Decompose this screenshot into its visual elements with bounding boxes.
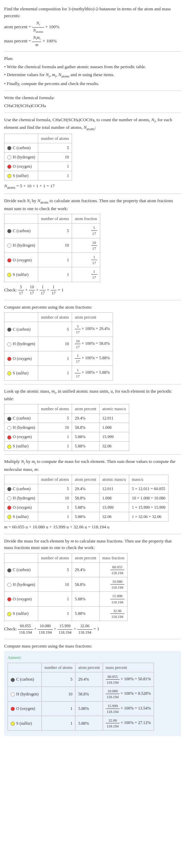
carbon-swatch-icon (7, 328, 11, 332)
oxygen-swatch-icon (7, 357, 11, 361)
table-row: S (sulfur)1 (4, 171, 72, 180)
col-atom-fraction: atom fraction (72, 214, 100, 224)
table-row: H (hydrogen)1058.8%10.080118.194 × 100% … (8, 687, 154, 701)
table-row: S (sulfur)1117 (4, 267, 100, 282)
table-header-row: number of atoms atom percent atomic mass… (4, 404, 129, 414)
sulfur-swatch-icon (7, 515, 11, 519)
answer-box: Answer: number of atoms atom percent mas… (4, 651, 181, 736)
mass-multiply-intro: Multiply Ni by mi to compute the mass fo… (4, 458, 181, 473)
divider (4, 454, 181, 455)
divider (4, 300, 181, 300)
hydrogen-swatch-icon (7, 155, 11, 159)
plan-bullet-1: • Write the chemical formula and gather … (4, 63, 181, 70)
sulfur-swatch-icon (7, 273, 11, 277)
oxygen-swatch-icon (7, 435, 11, 440)
col-atom-percent: atom percent (75, 663, 103, 672)
plan-bullet-2: • Determine values for Ni, mi, Natoms an… (4, 71, 181, 79)
table-row: C (carbon)529.4%60.055118.194 × 100% = 5… (8, 672, 154, 686)
table-header-row: number of atoms atom percent atomic mass… (4, 475, 168, 484)
oxygen-swatch-icon (7, 506, 11, 510)
col-atomic-mass: atomic mass/u (99, 475, 129, 484)
col-mass-fraction: mass fraction (99, 553, 127, 562)
table-row: S (sulfur)1117 × 100% = 5.88% (4, 366, 113, 380)
plan-bullet-3: • Finally, compute the percents and chec… (4, 80, 181, 87)
mass-percent-intro: Compute mass percents using the mass fra… (4, 643, 181, 650)
oxygen-swatch-icon (11, 707, 15, 711)
table-row: S (sulfur)15.88%32.061 × 32.06 = 32.06 (4, 512, 168, 521)
answer-label: Answer: (8, 654, 177, 661)
mass-fraction-table: number of atoms atom percent mass fracti… (4, 553, 127, 621)
table-header-row: number of atoms atom percent (4, 313, 113, 322)
mass-table: number of atoms atom percent atomic mass… (4, 475, 168, 521)
oxygen-swatch-icon (7, 258, 11, 262)
sulfur-swatch-icon (7, 445, 11, 449)
atom-fraction-check: Check: 517 + 1017 + 117 + 117 = 1 (4, 284, 181, 297)
table-row: O (oxygen)15.88%15.999118.194 (4, 592, 127, 606)
atom-fractions-text: Divide each Ni by Natoms to calculate at… (4, 197, 181, 212)
table-row: O (oxygen)15.88%15.999 (4, 432, 129, 442)
col-number-of-atoms: number of atoms (38, 214, 72, 224)
divider (4, 639, 181, 639)
table-row: H (hydrogen)1058.8%1.00810 × 1.008 = 10.… (4, 494, 168, 503)
oxygen-swatch-icon (7, 165, 11, 169)
table-row: O (oxygen)1117 × 100% = 5.88% (4, 351, 113, 365)
chemical-formula: CH₃CH(SCH₃)COCH₃ (4, 102, 181, 109)
sulfur-swatch-icon (7, 371, 11, 375)
mass-fraction-intro: Divide the mass for each element by m to… (4, 538, 181, 551)
table-header-row: number of atoms (4, 134, 72, 143)
answer-table: number of atoms atom percent mass percen… (8, 663, 154, 731)
count-atoms-text: Use the chemical formula, CH₃CH(SCH₃)COC… (4, 116, 181, 132)
hydrogen-swatch-icon (7, 244, 11, 248)
table-row: C (carbon)5 (4, 143, 72, 153)
sulfur-swatch-icon (7, 612, 11, 616)
divider (4, 51, 181, 52)
atomic-mass-table: number of atoms atom percent atomic mass… (4, 404, 129, 451)
mass-percent-definition: mass percent = Nimim × 100% (4, 35, 181, 48)
table-header-row: number of atoms atom percent mass fracti… (4, 553, 127, 562)
col-atom-percent: atom percent (72, 475, 99, 484)
table-row: C (carbon)5517 (4, 224, 100, 238)
table-row: S (sulfur)15.88%32.06118.194 (4, 606, 127, 621)
col-atom-percent: atom percent (72, 553, 99, 562)
col-number-of-atoms: number of atoms (38, 404, 72, 414)
table-row: C (carbon)529.4%60.055118.194 (4, 562, 127, 577)
mass-fraction-check: Check: 60.055118.194 + 10.080118.194 + 1… (4, 623, 181, 636)
divider (4, 194, 181, 194)
divider (4, 534, 181, 534)
table-header-row: number of atoms atom percent mass percen… (8, 663, 154, 672)
hydrogen-swatch-icon (7, 583, 11, 587)
write-formula-heading: Write the chemical formula: (4, 94, 181, 101)
table-row: H (hydrogen)10 (4, 153, 72, 162)
atom-fraction-table: number of atoms atom fraction C (carbon)… (4, 214, 100, 282)
atom-percent-intro: Compute atom percents using the atom fra… (4, 304, 181, 311)
plan-heading: Plan: (4, 55, 181, 62)
molecular-mass-total: m = 60.055 u + 10.080 u + 15.999 u + 32.… (4, 524, 181, 530)
atom-percent-table: number of atoms atom percent C (carbon)5… (4, 312, 113, 381)
atom-count-table: number of atoms C (carbon)5 H (hydrogen)… (4, 134, 72, 180)
divider (4, 91, 181, 91)
col-number-of-atoms: number of atoms (41, 663, 75, 672)
col-mass-percent: mass percent (103, 663, 154, 672)
problem-statement: Find the elemental composition for 3-(me… (4, 6, 181, 19)
table-row: S (sulfur)15.88%32.06 (4, 442, 129, 451)
col-atom-percent: atom percent (72, 313, 113, 322)
table-row: H (hydrogen)101017 × 100% = 58.8% (4, 337, 113, 351)
table-row: O (oxygen)15.88%15.9991 × 15.999 = 15.99… (4, 503, 168, 512)
table-row: C (carbon)529.4%12.011 (4, 414, 129, 423)
table-row: S (sulfur)15.88%32.06118.194 × 100% = 27… (8, 716, 154, 730)
table-header-row: number of atoms atom fraction (4, 214, 100, 224)
divider (4, 384, 181, 384)
sulfur-swatch-icon (11, 722, 15, 726)
hydrogen-swatch-icon (7, 426, 11, 430)
sulfur-swatch-icon (7, 174, 11, 178)
carbon-swatch-icon (11, 678, 15, 682)
col-number-of-atoms: number of atoms (38, 553, 72, 562)
carbon-swatch-icon (7, 146, 11, 150)
table-row: O (oxygen)1 (4, 162, 72, 171)
col-number-of-atoms: number of atoms (38, 313, 72, 322)
table-row: O (oxygen)1117 (4, 252, 100, 267)
table-row: H (hydrogen)1058.8%1.008 (4, 423, 129, 432)
carbon-swatch-icon (7, 487, 11, 491)
natoms-total: Natoms = 5 + 10 + 1 + 1 = 17 (4, 183, 181, 190)
col-number-of-atoms: number of atoms (38, 134, 72, 143)
